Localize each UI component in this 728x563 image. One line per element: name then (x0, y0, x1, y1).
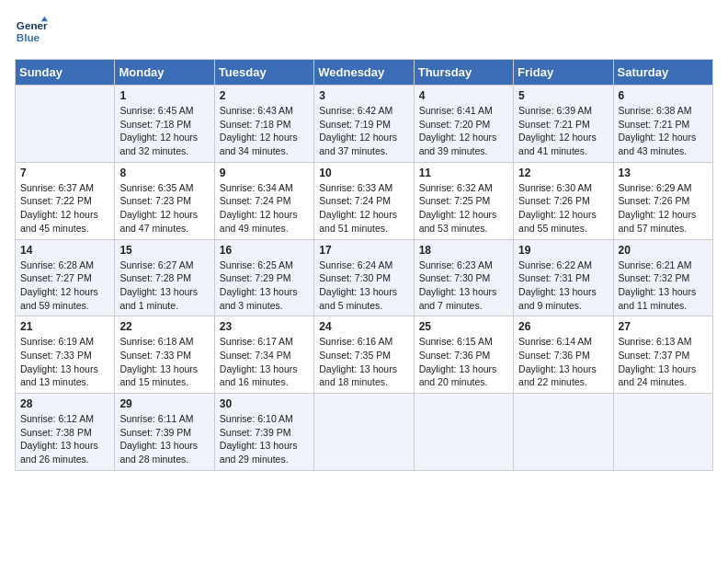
day-header-tuesday: Tuesday (214, 60, 313, 86)
day-number: 21 (20, 320, 109, 333)
calendar-cell: 20Sunrise: 6:21 AM Sunset: 7:32 PM Dayli… (613, 239, 712, 316)
day-content: Sunrise: 6:14 AM Sunset: 7:36 PM Dayligh… (518, 335, 608, 389)
day-header-thursday: Thursday (414, 60, 513, 86)
day-content: Sunrise: 6:29 AM Sunset: 7:26 PM Dayligh… (619, 181, 708, 236)
calendar-cell (613, 394, 712, 471)
day-content: Sunrise: 6:22 AM Sunset: 7:31 PM Dayligh… (518, 259, 608, 313)
calendar-cell: 14Sunrise: 6:28 AM Sunset: 7:27 PM Dayli… (16, 239, 115, 316)
day-content: Sunrise: 6:37 AM Sunset: 7:22 PM Dayligh… (20, 181, 109, 236)
day-content: Sunrise: 6:33 AM Sunset: 7:24 PM Dayligh… (319, 181, 408, 236)
day-number: 12 (518, 167, 608, 179)
calendar-week-4: 21Sunrise: 6:19 AM Sunset: 7:33 PM Dayli… (16, 316, 713, 394)
day-number: 13 (619, 167, 708, 179)
calendar-cell (314, 394, 414, 471)
day-header-wednesday: Wednesday (314, 60, 414, 86)
day-content: Sunrise: 6:13 AM Sunset: 7:37 PM Dayligh… (619, 335, 708, 389)
day-number: 22 (119, 320, 209, 333)
day-number: 28 (20, 397, 109, 410)
day-number: 1 (119, 89, 209, 102)
day-number: 4 (419, 89, 508, 102)
day-number: 11 (419, 167, 508, 179)
calendar-cell: 10Sunrise: 6:33 AM Sunset: 7:24 PM Dayli… (314, 162, 414, 239)
day-content: Sunrise: 6:23 AM Sunset: 7:30 PM Dayligh… (419, 259, 508, 313)
day-number: 18 (419, 244, 508, 257)
day-number: 26 (518, 320, 608, 333)
day-content: Sunrise: 6:28 AM Sunset: 7:27 PM Dayligh… (20, 259, 109, 313)
day-number: 9 (220, 167, 309, 179)
day-content: Sunrise: 6:24 AM Sunset: 7:30 PM Dayligh… (319, 259, 408, 313)
calendar-cell: 17Sunrise: 6:24 AM Sunset: 7:30 PM Dayli… (314, 239, 414, 316)
day-content: Sunrise: 6:16 AM Sunset: 7:35 PM Dayligh… (319, 335, 408, 389)
day-content: Sunrise: 6:12 AM Sunset: 7:38 PM Dayligh… (20, 412, 109, 466)
calendar-table: SundayMondayTuesdayWednesdayThursdayFrid… (15, 59, 713, 471)
calendar-cell (514, 394, 613, 471)
day-number: 14 (20, 244, 109, 257)
day-content: Sunrise: 6:30 AM Sunset: 7:26 PM Dayligh… (518, 181, 608, 236)
calendar-cell (414, 394, 513, 471)
day-number: 3 (319, 89, 408, 102)
day-content: Sunrise: 6:43 AM Sunset: 7:18 PM Dayligh… (220, 104, 309, 158)
calendar-cell: 24Sunrise: 6:16 AM Sunset: 7:35 PM Dayli… (314, 316, 414, 394)
day-content: Sunrise: 6:18 AM Sunset: 7:33 PM Dayligh… (119, 335, 209, 389)
calendar-week-2: 7Sunrise: 6:37 AM Sunset: 7:22 PM Daylig… (16, 162, 713, 239)
day-content: Sunrise: 6:32 AM Sunset: 7:25 PM Dayligh… (419, 181, 508, 236)
calendar-header-row: SundayMondayTuesdayWednesdayThursdayFrid… (16, 60, 713, 86)
day-number: 6 (619, 89, 708, 102)
calendar-cell: 28Sunrise: 6:12 AM Sunset: 7:38 PM Dayli… (16, 394, 115, 471)
day-header-friday: Friday (514, 60, 613, 86)
day-number: 15 (119, 244, 209, 257)
day-content: Sunrise: 6:35 AM Sunset: 7:23 PM Dayligh… (119, 181, 209, 236)
day-number: 8 (119, 167, 209, 179)
day-content: Sunrise: 6:15 AM Sunset: 7:36 PM Dayligh… (419, 335, 508, 389)
day-number: 27 (619, 320, 708, 333)
logo: General Blue (15, 15, 48, 48)
day-number: 20 (619, 244, 708, 257)
calendar-week-1: 1Sunrise: 6:45 AM Sunset: 7:18 PM Daylig… (16, 86, 713, 163)
day-number: 25 (419, 320, 508, 333)
calendar-cell: 13Sunrise: 6:29 AM Sunset: 7:26 PM Dayli… (613, 162, 712, 239)
calendar-cell: 30Sunrise: 6:10 AM Sunset: 7:39 PM Dayli… (214, 394, 313, 471)
calendar-cell: 4Sunrise: 6:41 AM Sunset: 7:20 PM Daylig… (414, 86, 513, 163)
calendar-cell: 12Sunrise: 6:30 AM Sunset: 7:26 PM Dayli… (514, 162, 613, 239)
day-number: 29 (119, 397, 209, 410)
calendar-cell: 18Sunrise: 6:23 AM Sunset: 7:30 PM Dayli… (414, 239, 513, 316)
calendar-cell: 9Sunrise: 6:34 AM Sunset: 7:24 PM Daylig… (214, 162, 313, 239)
calendar-week-3: 14Sunrise: 6:28 AM Sunset: 7:27 PM Dayli… (16, 239, 713, 316)
day-number: 7 (20, 167, 109, 179)
day-header-monday: Monday (115, 60, 214, 86)
day-content: Sunrise: 6:10 AM Sunset: 7:39 PM Dayligh… (220, 412, 309, 466)
calendar-cell: 7Sunrise: 6:37 AM Sunset: 7:22 PM Daylig… (16, 162, 115, 239)
day-number: 19 (518, 244, 608, 257)
calendar-cell: 6Sunrise: 6:38 AM Sunset: 7:21 PM Daylig… (613, 86, 712, 163)
calendar-cell: 16Sunrise: 6:25 AM Sunset: 7:29 PM Dayli… (214, 239, 313, 316)
day-header-saturday: Saturday (613, 60, 712, 86)
page-header: General Blue (15, 15, 713, 48)
calendar-cell: 3Sunrise: 6:42 AM Sunset: 7:19 PM Daylig… (314, 86, 414, 163)
calendar-cell: 2Sunrise: 6:43 AM Sunset: 7:18 PM Daylig… (214, 86, 313, 163)
day-content: Sunrise: 6:38 AM Sunset: 7:21 PM Dayligh… (619, 104, 708, 158)
day-content: Sunrise: 6:45 AM Sunset: 7:18 PM Dayligh… (119, 104, 209, 158)
day-content: Sunrise: 6:25 AM Sunset: 7:29 PM Dayligh… (220, 259, 309, 313)
day-content: Sunrise: 6:21 AM Sunset: 7:32 PM Dayligh… (619, 259, 708, 313)
day-number: 2 (220, 89, 309, 102)
day-number: 23 (220, 320, 309, 333)
calendar-cell: 25Sunrise: 6:15 AM Sunset: 7:36 PM Dayli… (414, 316, 513, 394)
day-number: 17 (319, 244, 408, 257)
calendar-cell: 5Sunrise: 6:39 AM Sunset: 7:21 PM Daylig… (514, 86, 613, 163)
calendar-cell: 22Sunrise: 6:18 AM Sunset: 7:33 PM Dayli… (115, 316, 214, 394)
svg-text:Blue: Blue (17, 31, 40, 43)
calendar-cell: 29Sunrise: 6:11 AM Sunset: 7:39 PM Dayli… (115, 394, 214, 471)
day-content: Sunrise: 6:42 AM Sunset: 7:19 PM Dayligh… (319, 104, 408, 158)
calendar-cell: 27Sunrise: 6:13 AM Sunset: 7:37 PM Dayli… (613, 316, 712, 394)
day-number: 24 (319, 320, 408, 333)
day-content: Sunrise: 6:11 AM Sunset: 7:39 PM Dayligh… (119, 412, 209, 466)
day-content: Sunrise: 6:17 AM Sunset: 7:34 PM Dayligh… (220, 335, 309, 389)
calendar-cell (16, 86, 115, 163)
day-content: Sunrise: 6:34 AM Sunset: 7:24 PM Dayligh… (220, 181, 309, 236)
day-number: 5 (518, 89, 608, 102)
calendar-cell: 15Sunrise: 6:27 AM Sunset: 7:28 PM Dayli… (115, 239, 214, 316)
calendar-week-5: 28Sunrise: 6:12 AM Sunset: 7:38 PM Dayli… (16, 394, 713, 471)
calendar-cell: 21Sunrise: 6:19 AM Sunset: 7:33 PM Dayli… (16, 316, 115, 394)
day-content: Sunrise: 6:41 AM Sunset: 7:20 PM Dayligh… (419, 104, 508, 158)
day-header-sunday: Sunday (16, 60, 115, 86)
